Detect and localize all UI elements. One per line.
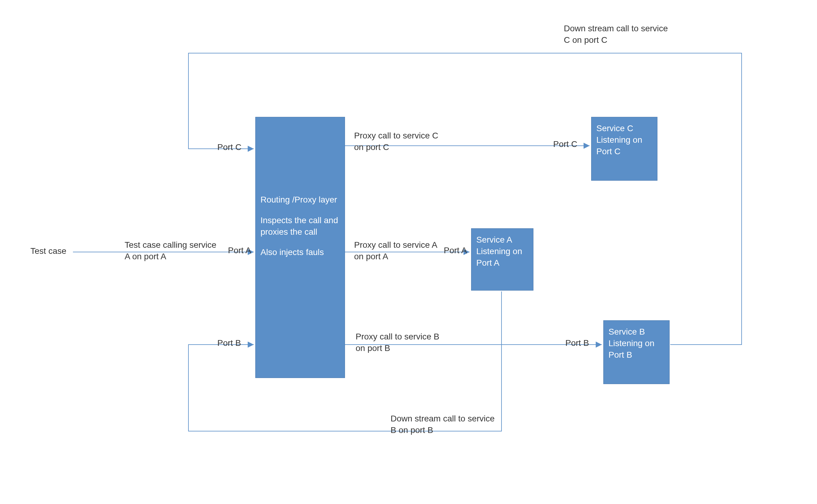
- edge-label-downstream-c: Down stream call to service C on port C: [564, 23, 673, 46]
- proxy-desc-2: Also injects fauls: [261, 247, 340, 258]
- port-a-left-label: Port A: [228, 245, 251, 256]
- edge-service-a-to-port-b: [188, 291, 501, 431]
- diagram-canvas: Test case Routing /Proxy layer Inspects …: [0, 0, 817, 504]
- edge-label-proxy-b: Proxy call to service B on port B: [356, 331, 450, 354]
- port-b-left-label: Port B: [217, 337, 241, 349]
- port-b-right-label: Port B: [565, 337, 589, 349]
- edge-label-downstream-b: Down stream call to service B on port B: [391, 413, 500, 436]
- port-c-right-label: Port C: [553, 138, 577, 150]
- edge-label-testcase: Test case calling service A on port A: [125, 239, 219, 262]
- port-c-left-label: Port C: [217, 141, 241, 153]
- service-b-box: Service B Listening on Port B: [603, 320, 670, 384]
- proxy-box: Routing /Proxy layer Inspects the call a…: [255, 117, 345, 378]
- proxy-desc-1: Inspects the call and proxies the call: [261, 215, 340, 238]
- service-c-box: Service C Listening on Port C: [591, 117, 658, 181]
- service-a-box: Service A Listening on Port A: [471, 228, 533, 291]
- testcase-label: Test case: [30, 245, 66, 257]
- edge-label-proxy-a: Proxy call to service A on port A: [354, 239, 448, 262]
- proxy-title: Routing /Proxy layer: [261, 194, 340, 206]
- edge-label-proxy-c: Proxy call to service C on port C: [354, 130, 448, 153]
